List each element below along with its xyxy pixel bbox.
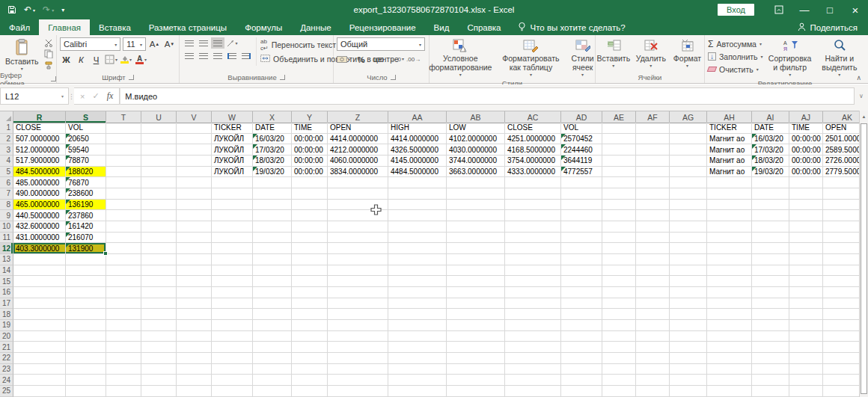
cell-Y22[interactable] (292, 353, 328, 364)
cell-AH21[interactable] (707, 342, 752, 353)
cell-AK24[interactable] (823, 375, 859, 386)
cell-Y8[interactable] (292, 200, 328, 211)
cell-Z1[interactable]: OPEN (328, 123, 388, 134)
font-size-select[interactable]: 11▾ (123, 37, 146, 51)
cell-AG23[interactable] (670, 364, 707, 375)
cell-AC25[interactable] (505, 386, 561, 397)
row-header-2[interactable]: 2 (0, 134, 13, 145)
cell-Z8[interactable] (328, 200, 388, 211)
cut-icon[interactable] (44, 39, 54, 47)
cell-AB17[interactable] (447, 298, 505, 310)
cell-AA9[interactable] (388, 210, 447, 221)
column-header-AE[interactable]: AE (602, 111, 636, 123)
cell-AH11[interactable] (707, 233, 752, 244)
cell-AJ17[interactable] (789, 298, 823, 310)
cell-V24[interactable] (177, 375, 212, 386)
cell-AI13[interactable] (752, 254, 789, 265)
cell-U1[interactable] (141, 123, 177, 134)
scroll-up-icon[interactable]: ▲ (860, 111, 868, 123)
cell-AG22[interactable] (670, 353, 707, 364)
cell-AF6[interactable] (636, 177, 670, 188)
cell-AE11[interactable] (602, 233, 636, 244)
ribbon-tab-4[interactable]: Разметка страницы (140, 19, 236, 35)
cell-S22[interactable] (66, 353, 106, 364)
cell-AK5[interactable]: 2779.5000000 (823, 167, 859, 178)
cell-AJ4[interactable]: 00:00:00 (789, 156, 823, 167)
cell-V21[interactable] (177, 342, 212, 353)
cell-W6[interactable] (212, 177, 253, 188)
ribbon-tab-8[interactable]: Вид (425, 19, 459, 35)
fill-handle[interactable] (103, 251, 108, 256)
cell-T2[interactable] (106, 134, 141, 145)
cell-X23[interactable] (253, 364, 292, 375)
decrease-decimal-button[interactable]: .00→ (406, 53, 421, 66)
cell-AE20[interactable] (602, 331, 636, 342)
cell-AF15[interactable] (636, 276, 670, 287)
cell-AD3[interactable]: 2244460 (561, 144, 602, 156)
cell-AJ18[interactable] (789, 309, 823, 320)
cell-Y21[interactable] (292, 342, 328, 353)
cell-U17[interactable] (141, 298, 177, 310)
cell-AJ21[interactable] (789, 342, 823, 353)
row-header-3[interactable]: 3 (0, 144, 13, 156)
cell-Z15[interactable] (328, 276, 388, 287)
cell-U9[interactable] (141, 210, 177, 221)
row-header-13[interactable]: 13 (0, 254, 13, 265)
cell-AI4[interactable]: 18/03/20 (752, 156, 789, 167)
cell-AJ20[interactable] (789, 331, 823, 342)
cell-Z11[interactable] (328, 233, 388, 244)
cell-AH7[interactable] (707, 188, 752, 200)
cell-V25[interactable] (177, 386, 212, 397)
cell-AE2[interactable] (602, 134, 636, 145)
cell-AK23[interactable] (823, 364, 859, 375)
align-top-icon[interactable] (183, 37, 196, 49)
grow-font-button[interactable]: A▲ (148, 38, 161, 51)
cell-U20[interactable] (141, 331, 177, 342)
autosum-button[interactable]: Σ Автосумма▾ (708, 37, 763, 50)
cell-U19[interactable] (141, 320, 177, 331)
column-header-AJ[interactable]: AJ (789, 111, 823, 123)
cell-AF14[interactable] (636, 265, 670, 277)
cell-Z7[interactable] (328, 188, 388, 200)
cell-AB16[interactable] (447, 287, 505, 298)
cell-AC17[interactable] (505, 298, 561, 310)
cell-AI21[interactable] (752, 342, 789, 353)
cell-AJ15[interactable] (789, 276, 823, 287)
cell-R2[interactable]: 507.0000000 (13, 134, 66, 145)
cell-AD22[interactable] (561, 353, 602, 364)
cell-X15[interactable] (253, 276, 292, 287)
cell-AE19[interactable] (602, 320, 636, 331)
cell-AG17[interactable] (670, 298, 707, 310)
cell-AB20[interactable] (447, 331, 505, 342)
row-header-23[interactable]: 23 (0, 364, 13, 375)
cell-R13[interactable] (13, 254, 66, 265)
cell-X17[interactable] (253, 298, 292, 310)
cell-AD12[interactable] (561, 243, 602, 254)
cell-AJ2[interactable]: 00:00:00 (789, 134, 823, 145)
cell-T11[interactable] (106, 233, 141, 244)
cell-R19[interactable] (13, 320, 66, 331)
cell-AD9[interactable] (561, 210, 602, 221)
cell-AD8[interactable] (561, 200, 602, 211)
format-cells-button[interactable]: Формат ▾ (671, 37, 703, 70)
cell-T14[interactable] (106, 265, 141, 277)
cell-AG10[interactable] (670, 221, 707, 233)
cell-AC16[interactable] (505, 287, 561, 298)
column-header-W[interactable]: W (212, 111, 253, 123)
column-header-AI[interactable]: AI (752, 111, 789, 123)
cell-W21[interactable] (212, 342, 253, 353)
row-header-11[interactable]: 11 (0, 233, 13, 244)
cell-AH18[interactable] (707, 309, 752, 320)
cell-AE6[interactable] (602, 177, 636, 188)
cell-AJ5[interactable]: 00:00:00 (789, 167, 823, 178)
row-header-25[interactable]: 25 (0, 386, 13, 397)
cell-AE4[interactable] (602, 156, 636, 167)
cell-AE3[interactable] (602, 144, 636, 156)
alignment-dialog-launcher[interactable] (280, 75, 285, 80)
cell-AI16[interactable] (752, 287, 789, 298)
paste-button[interactable]: Вставить ▾ (3, 37, 41, 73)
row-header-18[interactable]: 18 (0, 309, 13, 320)
delete-cells-button[interactable]: Удалить ▾ (634, 37, 668, 70)
cell-AC5[interactable]: 4333.0000000 (505, 167, 561, 178)
column-header-T[interactable]: T (106, 111, 141, 123)
